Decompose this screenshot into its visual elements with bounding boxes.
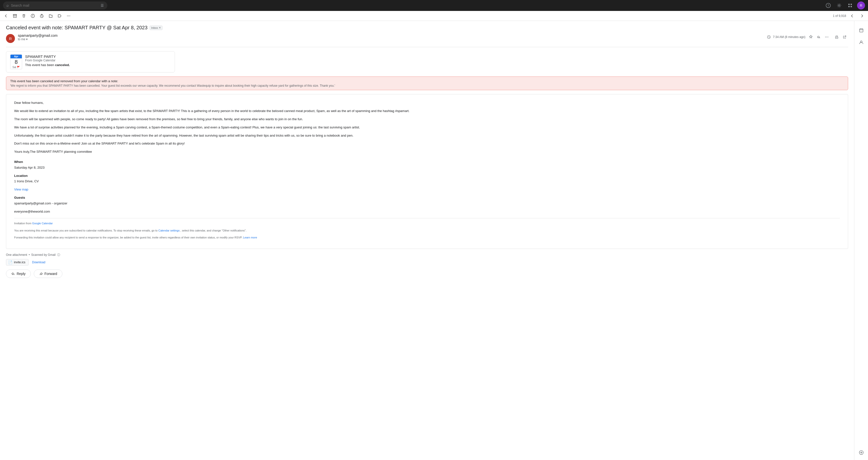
attachment-filename: invite.ics [14, 261, 25, 264]
sender-info: spamartparty@gmail.com to me ▾ [18, 34, 764, 41]
cal-title: SPAMART PARTY [25, 55, 171, 59]
back-button[interactable] [2, 12, 10, 20]
right-panel [854, 11, 868, 460]
svg-rect-7 [13, 14, 17, 15]
archive-button[interactable] [11, 12, 19, 20]
svg-text:?: ? [828, 4, 829, 7]
svg-rect-18 [836, 37, 837, 38]
footnote-section: Invitation from Google Calendar You are … [14, 218, 840, 240]
location-line1: 1 Irons Drive, CV [14, 179, 840, 184]
attachment-row: One attachment • Scanned by Gmail ⓘ 📄 in… [6, 253, 848, 265]
cancel-notice-body: 'We regret to inform you that SPAMART PA… [10, 84, 844, 88]
calendar-card: Apr 8 Sat 🚩 SPAMART PARTY From Google Ca… [6, 51, 175, 72]
view-map-link[interactable]: View map [14, 188, 28, 191]
reply-quick-button[interactable] [815, 34, 822, 40]
footnote-subscription: You are receiving this email because you… [14, 229, 840, 233]
svg-rect-4 [850, 4, 852, 5]
search-icon: ⌕ [6, 3, 9, 8]
cal-details: SPAMART PARTY From Google Calendar This … [25, 55, 171, 67]
body-p4: Unfortunately, the first spam artist cou… [14, 133, 840, 138]
svg-rect-3 [848, 4, 849, 5]
email-top-actions [833, 34, 848, 40]
svg-rect-5 [848, 6, 849, 7]
scanned-text: Scanned by Gmail [31, 253, 56, 257]
next-email-button[interactable] [858, 12, 866, 20]
cal-day: 8 [15, 58, 18, 66]
add-panel-icon[interactable] [856, 447, 867, 458]
attachment-file[interactable]: 📄 invite.ics [6, 259, 29, 265]
calendar-panel-icon[interactable] [856, 25, 867, 36]
nav-right: 1 of 9,918 [833, 12, 866, 20]
file-icon: 📄 [8, 260, 12, 264]
reply-bar: Reply Forward [6, 269, 848, 278]
sender-to[interactable]: to me ▾ [18, 37, 764, 41]
help-button[interactable]: ? [824, 1, 832, 9]
prev-email-button[interactable] [848, 12, 856, 20]
user-avatar[interactable]: R [857, 1, 865, 9]
email-count: 1 of 9,918 [833, 14, 846, 18]
search-bar[interactable]: ⌕ ☰ [3, 1, 107, 9]
more-email-button[interactable] [823, 34, 830, 40]
when-value: Saturday Apr 8, 2023 [14, 165, 840, 170]
when-label: When [14, 160, 840, 165]
calendar-settings-link[interactable]: Calendar settings [158, 229, 180, 232]
svg-rect-20 [860, 29, 863, 32]
settings-button[interactable] [835, 1, 843, 9]
svg-point-2 [838, 5, 840, 6]
apps-button[interactable] [846, 1, 854, 9]
label-button[interactable] [56, 12, 64, 20]
cal-source: From Google Calendar [25, 59, 171, 62]
body-p2: The room will be spammed with people, so… [14, 117, 840, 122]
location-label: Location [14, 173, 840, 178]
sender-name: spamartparty@gmail.com [18, 34, 764, 37]
google-calendar-link[interactable]: Google Calendar [32, 222, 53, 225]
delete-button[interactable] [20, 12, 28, 20]
email-time: 7:34 AM (8 minutes ago) [773, 35, 805, 39]
spam-button[interactable] [29, 12, 37, 20]
learn-more-link[interactable]: Learn more [243, 236, 257, 239]
svg-point-10 [67, 15, 68, 16]
reply-button[interactable]: Reply [6, 269, 31, 278]
star-button[interactable] [807, 34, 814, 40]
svg-point-11 [68, 15, 69, 16]
badge-close-icon[interactable]: ✕ [159, 26, 161, 29]
cal-month: Apr [10, 55, 22, 58]
cancel-notice: This event has been canceled and removed… [6, 76, 848, 90]
forward-button[interactable]: Forward [34, 269, 62, 278]
cancel-notice-title: This event has been canceled and removed… [10, 79, 844, 83]
contacts-panel-icon[interactable] [856, 37, 867, 48]
nav-bar: 1 of 9,918 [0, 11, 868, 21]
top-bar-right: ? R [824, 1, 865, 9]
top-bar: ⌕ ☰ ? R [0, 0, 868, 11]
guest2: everyone@theworld.com [14, 209, 840, 215]
guest1: spamartparty@gmail.com - organizer [14, 201, 840, 206]
email-subject-row: Canceled event with note: SPAMART PARTY … [6, 25, 848, 31]
email-body: Dear fellow humans, We would like to ext… [6, 94, 848, 249]
svg-point-16 [828, 37, 828, 37]
email-time-row: 7:34 AM (8 minutes ago) [767, 34, 830, 40]
open-new-window-button[interactable] [841, 34, 848, 40]
divider [6, 47, 848, 47]
inbox-badge[interactable]: Inbox ✕ [150, 26, 163, 30]
more-button[interactable] [65, 12, 72, 20]
email-subject: Canceled event with note: SPAMART PARTY … [6, 25, 148, 31]
calendar-icon: Apr 8 Sat 🚩 [10, 55, 22, 69]
guests-label: Guests [14, 195, 840, 200]
info-icon[interactable]: ⓘ [57, 253, 60, 257]
svg-point-12 [69, 15, 70, 16]
footnote-invitation: Invitation from Google Calendar [14, 221, 840, 226]
email-main: Canceled event with note: SPAMART PARTY … [0, 21, 854, 460]
move-button[interactable] [47, 12, 55, 20]
filter-icon[interactable]: ☰ [101, 3, 104, 7]
body-p1: We would like to extend an invitation to… [14, 108, 840, 114]
snooze-button[interactable] [38, 12, 46, 20]
search-input[interactable] [11, 3, 99, 7]
email-meta: R spamartparty@gmail.com to me ▾ 7:34 AM… [6, 34, 848, 43]
download-link[interactable]: Download [32, 261, 45, 264]
expand-to-icon[interactable]: ▾ [26, 37, 28, 41]
print-button[interactable] [833, 34, 840, 40]
cal-weekday: Sat 🚩 [12, 66, 20, 69]
body-p5: Don't miss out on this once-in-a-lifetim… [14, 141, 840, 146]
body-greeting: Dear fellow humans, [14, 100, 840, 105]
body-p3: We have a lot of surprise activities pla… [14, 125, 840, 130]
